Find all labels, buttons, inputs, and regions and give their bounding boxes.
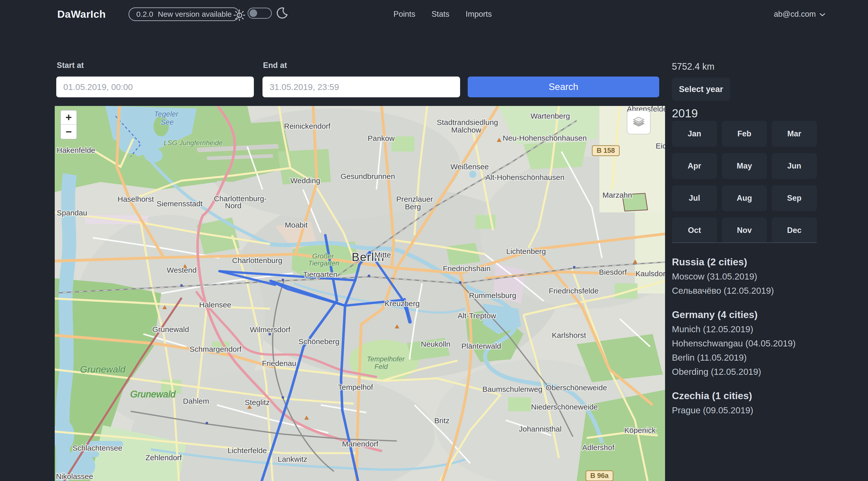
- map-place-label: Malchow: [451, 126, 482, 134]
- country-group-russia: Russia (2 cities) Moscow (31.05.2019) Се…: [672, 255, 837, 298]
- layers-icon: [631, 115, 646, 130]
- year-heading: 2019: [672, 107, 698, 120]
- map-place-label: Nord: [225, 202, 242, 210]
- map-place-label: Wilmersdorf: [250, 325, 290, 334]
- map-place-label: Pankow: [368, 134, 395, 143]
- map-base-tiles: HakenfeldeTegelerSeeLSG JungfernheideRei…: [55, 106, 665, 481]
- sun-icon: [233, 9, 246, 21]
- country-name: Germany (4 cities): [672, 307, 837, 322]
- nav-link-imports[interactable]: Imports: [466, 10, 492, 19]
- map-place-label: Köpenick: [624, 426, 656, 434]
- map-place-label: LSG Jungfernheide: [164, 139, 223, 147]
- map-place-label: Schlachtensee: [72, 444, 122, 452]
- month-button-jan[interactable]: Jan: [672, 121, 717, 147]
- map-place-label: Gesundbrunnen: [341, 172, 395, 180]
- city-entry: Moscow (31.05.2019): [672, 269, 837, 283]
- map-place-label: Grunewald: [152, 325, 189, 333]
- map-place-label: Karlshorst: [552, 331, 586, 339]
- zoom-in-button[interactable]: +: [61, 111, 76, 125]
- city-entry: Oberding (12.05.2019): [672, 365, 837, 379]
- map-place-label: Steglitz: [245, 398, 270, 407]
- month-button-dec[interactable]: Dec: [772, 217, 817, 243]
- start-at-input[interactable]: [56, 77, 254, 97]
- map-place-label: Kreuzberg: [384, 299, 420, 308]
- nav-link-points[interactable]: Points: [394, 10, 415, 19]
- map-place-label: Friedrichshain: [443, 264, 491, 273]
- month-button-apr[interactable]: Apr: [672, 153, 717, 179]
- month-button-feb[interactable]: Feb: [722, 121, 767, 147]
- month-button-aug[interactable]: Aug: [722, 185, 767, 211]
- map-place-label: Baumschulenweg: [483, 385, 542, 393]
- month-button-nov[interactable]: Nov: [722, 217, 767, 243]
- map-place-label: Alt-Hohenschönhausen: [486, 173, 564, 181]
- map-place-label: Prenzlauer: [396, 195, 433, 203]
- map-place-label: Tempelhofer: [367, 355, 405, 363]
- map-place-label: Siemensstadt: [157, 200, 203, 208]
- map-place-label: Feld: [374, 363, 388, 370]
- map-place-label: Biesdorf: [599, 268, 627, 276]
- account-email: ab@cd.com: [774, 10, 816, 19]
- account-menu[interactable]: ab@cd.com: [774, 10, 826, 19]
- map-place-label: Halensee: [199, 301, 231, 309]
- map-place-label: Niederschöneweide: [531, 403, 598, 411]
- map-place-label: Tiergarten: [308, 260, 339, 267]
- map-place-label: Oberschöneweide: [546, 384, 607, 392]
- month-button-oct[interactable]: Oct: [672, 217, 717, 243]
- map-place-label: Kaulsdorf: [636, 269, 665, 278]
- map-place-label: Eich: [656, 142, 665, 150]
- map-place-label: Friedenau: [262, 359, 296, 367]
- map-place-label: Neukölln: [421, 340, 451, 348]
- end-at-input[interactable]: [262, 77, 460, 97]
- map-place-label: Großer: [312, 252, 334, 260]
- map-place-label: Neu-Hohenschönhausen: [503, 134, 587, 142]
- start-at-label: Start at: [57, 61, 84, 70]
- search-button[interactable]: Search: [468, 77, 659, 97]
- select-year-button[interactable]: Select year: [672, 78, 730, 101]
- chevron-down-icon: [819, 10, 826, 19]
- city-entry: Hohenschwangau (04.05.2019): [672, 336, 837, 351]
- road-ref-badge: B 96a: [586, 470, 613, 481]
- map-place-label: Alt-Treptow: [458, 311, 496, 320]
- map-place-label: Rummelsburg: [469, 291, 516, 300]
- country-name: Russia (2 cities): [672, 255, 837, 269]
- city-entry: Berlin (11.05.2019): [672, 351, 837, 365]
- end-at-label: End at: [263, 61, 287, 70]
- theme-toggle-knob[interactable]: [250, 9, 257, 17]
- month-button-may[interactable]: May: [722, 153, 767, 179]
- theme-toggle[interactable]: [248, 8, 272, 19]
- nav-link-stats[interactable]: Stats: [431, 10, 450, 19]
- map-place-label: Stadtrandsiedlung: [437, 118, 498, 126]
- map-place-label: Weißensee: [451, 162, 489, 171]
- map-place-label: Charlottenburg: [232, 256, 282, 265]
- map-canvas[interactable]: HakenfeldeTegelerSeeLSG JungfernheideRei…: [55, 106, 665, 481]
- country-group-germany: Germany (4 cities) Munich (12.05.2019) H…: [672, 307, 837, 379]
- map-zoom-control: + −: [60, 110, 77, 140]
- zoom-out-button[interactable]: −: [61, 125, 76, 139]
- map-place-label: Reinickendorf: [284, 122, 331, 130]
- month-grid: Jan Feb Mar Apr May Jun Jul Aug Sep Oct …: [672, 121, 817, 243]
- version-message: New version available: [158, 10, 232, 19]
- map-place-label: Marzahn: [602, 191, 632, 199]
- layers-control[interactable]: [627, 111, 651, 134]
- map-place-label: Lankwitz: [278, 455, 307, 463]
- map-place-label: Berg: [405, 203, 421, 211]
- country-name: Czechia (1 cities): [672, 389, 837, 403]
- map-place-label: Plänterwald: [461, 342, 501, 350]
- map-place-label: See: [161, 118, 174, 126]
- map-place-label: Dahlem: [183, 397, 209, 405]
- map-place-label: Lichtenberg: [506, 247, 546, 255]
- road-ref-badge: B 158: [592, 145, 620, 156]
- visited-countries-list: Russia (2 cities) Moscow (31.05.2019) Се…: [672, 255, 837, 427]
- version-badge[interactable]: 0.2.0 New version available: [128, 7, 240, 21]
- map-place-label: Haselhorst: [118, 195, 154, 203]
- map-place-label: Moabit: [285, 221, 308, 229]
- map-place-label: Westend: [167, 266, 196, 274]
- month-button-sep[interactable]: Sep: [772, 185, 817, 211]
- month-button-jun[interactable]: Jun: [772, 153, 817, 179]
- month-button-mar[interactable]: Mar: [772, 121, 817, 147]
- map-place-label: Zehlendorf: [146, 453, 182, 462]
- total-distance: 5752.4 km: [672, 61, 714, 72]
- month-button-jul[interactable]: Jul: [672, 185, 717, 211]
- app-logo: DaWarIch: [57, 8, 106, 20]
- map-place-label: Adlershof: [582, 443, 614, 452]
